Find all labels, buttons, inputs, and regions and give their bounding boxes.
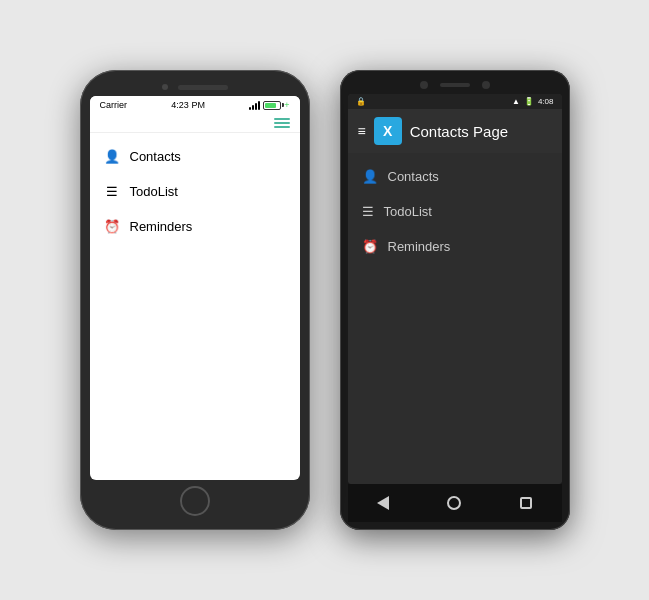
ios-menu-item-reminders[interactable]: ⏰ Reminders [90,209,300,244]
hamburger-icon[interactable] [274,118,290,128]
ios-reminders-label: Reminders [130,219,193,234]
android-home-button[interactable] [443,492,465,514]
ios-status-right: + [249,100,289,110]
reminders-icon: ⏰ [104,219,120,234]
app-logo: X [374,117,402,145]
ios-nav-bar [90,114,300,133]
android-reminders-label: Reminders [388,239,451,254]
signal-bars [249,101,260,110]
android-signal: ▲ [512,97,520,106]
battery-plus: + [284,100,289,110]
android-todolist-icon: ☰ [362,204,374,219]
ios-camera [162,84,168,90]
android-hamburger-icon[interactable]: ≡ [358,123,366,139]
android-top-bar [348,78,562,94]
android-menu-list: 👤 Contacts ☰ TodoList ⏰ Reminders [348,153,562,484]
ios-todolist-label: TodoList [130,184,178,199]
ios-screen: Carrier 4:23 PM + [90,96,300,480]
android-nav-bar [348,484,562,522]
android-page-title: Contacts Page [410,123,508,140]
ios-top-bar [90,80,300,96]
ios-menu-item-todolist[interactable]: ☰ TodoList [90,174,300,209]
contacts-icon: 👤 [104,149,120,164]
android-phone: 🔒 ▲ 🔋 4:08 ≡ X Contacts Page 👤 Contacts … [340,70,570,530]
ios-time: 4:23 PM [171,100,205,110]
app-logo-letter: X [383,123,392,139]
ios-status-bar: Carrier 4:23 PM + [90,96,300,114]
android-header: ≡ X Contacts Page [348,109,562,153]
android-recent-button[interactable] [515,492,537,514]
ios-contacts-label: Contacts [130,149,181,164]
android-menu-item-todolist[interactable]: ☰ TodoList [348,194,562,229]
android-camera-2 [482,81,490,89]
android-todolist-label: TodoList [384,204,432,219]
android-time: 4:08 [538,97,554,106]
android-camera [420,81,428,89]
android-reminders-icon: ⏰ [362,239,378,254]
ios-menu-list: 👤 Contacts ☰ TodoList ⏰ Reminders [90,133,300,480]
android-status-right: ▲ 🔋 4:08 [512,97,554,106]
ios-phone: Carrier 4:23 PM + [80,70,310,530]
android-status-bar: 🔒 ▲ 🔋 4:08 [348,94,562,109]
todolist-icon: ☰ [104,184,120,199]
ios-speaker [178,85,228,90]
android-screen: 🔒 ▲ 🔋 4:08 ≡ X Contacts Page 👤 Contacts … [348,94,562,484]
android-menu-item-contacts[interactable]: 👤 Contacts [348,159,562,194]
ios-carrier: Carrier [100,100,128,110]
ios-home-bar [90,480,300,520]
android-speaker [440,83,470,87]
home-button[interactable] [180,486,210,516]
android-battery: 🔋 [524,97,534,106]
android-lock-icon: 🔒 [356,97,366,106]
android-menu-item-reminders[interactable]: ⏰ Reminders [348,229,562,264]
android-contacts-icon: 👤 [362,169,378,184]
battery-icon [263,101,281,110]
android-back-button[interactable] [372,492,394,514]
android-contacts-label: Contacts [388,169,439,184]
ios-menu-item-contacts[interactable]: 👤 Contacts [90,139,300,174]
